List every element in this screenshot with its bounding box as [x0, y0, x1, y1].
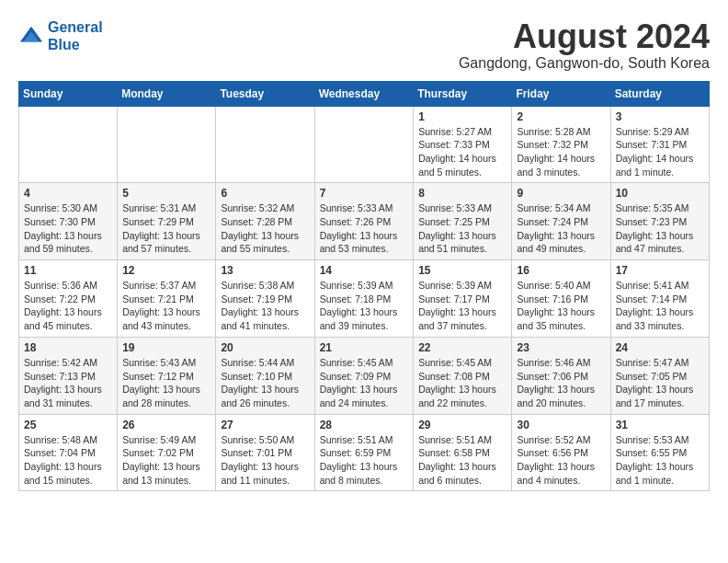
calendar-cell: 29Sunrise: 5:51 AM Sunset: 6:58 PM Dayli…: [414, 414, 512, 491]
day-number: 3: [616, 110, 704, 123]
day-number: 11: [24, 264, 112, 277]
calendar-cell: 17Sunrise: 5:41 AM Sunset: 7:14 PM Dayli…: [610, 260, 709, 338]
day-number: 30: [517, 419, 605, 431]
day-info: Sunrise: 5:31 AM Sunset: 7:29 PM Dayligh…: [122, 201, 210, 256]
day-number: 22: [418, 341, 506, 354]
day-info: Sunrise: 5:36 AM Sunset: 7:22 PM Dayligh…: [24, 279, 112, 333]
day-info: Sunrise: 5:34 AM Sunset: 7:24 PM Dayligh…: [517, 201, 605, 256]
day-info: Sunrise: 5:35 AM Sunset: 7:23 PM Dayligh…: [616, 201, 704, 256]
column-header-thursday: Thursday: [414, 81, 512, 106]
calendar-cell: 21Sunrise: 5:45 AM Sunset: 7:09 PM Dayli…: [314, 337, 414, 414]
day-number: 21: [320, 341, 409, 354]
calendar-cell: 3Sunrise: 5:29 AM Sunset: 7:31 PM Daylig…: [610, 106, 709, 183]
day-number: 27: [221, 419, 309, 431]
calendar-cell: 25Sunrise: 5:48 AM Sunset: 7:04 PM Dayli…: [19, 414, 118, 491]
day-info: Sunrise: 5:29 AM Sunset: 7:31 PM Dayligh…: [616, 125, 704, 179]
calendar-cell: [118, 106, 216, 183]
column-header-monday: Monday: [118, 81, 216, 106]
title-block: August 2024 Gangdong, Gangwon-do, South …: [459, 18, 710, 72]
calendar-cell: 19Sunrise: 5:43 AM Sunset: 7:12 PM Dayli…: [118, 337, 216, 414]
page-header: General Blue August 2024 Gangdong, Gangw…: [18, 18, 710, 72]
calendar-week-row: 11Sunrise: 5:36 AM Sunset: 7:22 PM Dayli…: [19, 260, 710, 338]
calendar-cell: 20Sunrise: 5:44 AM Sunset: 7:10 PM Dayli…: [216, 337, 314, 414]
location-subtitle: Gangdong, Gangwon-do, South Korea: [459, 55, 710, 72]
day-info: Sunrise: 5:52 AM Sunset: 6:56 PM Dayligh…: [517, 433, 605, 488]
day-info: Sunrise: 5:51 AM Sunset: 6:59 PM Dayligh…: [320, 433, 409, 488]
day-info: Sunrise: 5:47 AM Sunset: 7:05 PM Dayligh…: [616, 356, 704, 410]
calendar-week-row: 4Sunrise: 5:30 AM Sunset: 7:30 PM Daylig…: [19, 183, 710, 260]
calendar-cell: 15Sunrise: 5:39 AM Sunset: 7:17 PM Dayli…: [414, 260, 512, 338]
day-info: Sunrise: 5:33 AM Sunset: 7:26 PM Dayligh…: [320, 201, 409, 256]
month-year-title: August 2024: [459, 18, 710, 55]
day-info: Sunrise: 5:41 AM Sunset: 7:14 PM Dayligh…: [616, 279, 704, 333]
day-info: Sunrise: 5:37 AM Sunset: 7:21 PM Dayligh…: [122, 279, 210, 333]
calendar-cell: 16Sunrise: 5:40 AM Sunset: 7:16 PM Dayli…: [512, 260, 610, 338]
column-header-wednesday: Wednesday: [314, 81, 414, 106]
day-number: 10: [616, 187, 704, 200]
day-info: Sunrise: 5:45 AM Sunset: 7:08 PM Dayligh…: [418, 356, 506, 410]
day-info: Sunrise: 5:39 AM Sunset: 7:17 PM Dayligh…: [418, 279, 506, 333]
day-info: Sunrise: 5:46 AM Sunset: 7:06 PM Dayligh…: [517, 356, 605, 410]
calendar-cell: 23Sunrise: 5:46 AM Sunset: 7:06 PM Dayli…: [512, 337, 610, 414]
day-number: 26: [122, 419, 210, 431]
day-number: 1: [418, 110, 506, 123]
calendar-cell: 7Sunrise: 5:33 AM Sunset: 7:26 PM Daylig…: [314, 183, 414, 260]
calendar-cell: 6Sunrise: 5:32 AM Sunset: 7:28 PM Daylig…: [216, 183, 314, 260]
day-number: 16: [517, 264, 605, 277]
day-info: Sunrise: 5:44 AM Sunset: 7:10 PM Dayligh…: [221, 356, 309, 410]
calendar-cell: 1Sunrise: 5:27 AM Sunset: 7:33 PM Daylig…: [414, 106, 512, 183]
calendar-cell: 28Sunrise: 5:51 AM Sunset: 6:59 PM Dayli…: [314, 414, 414, 491]
day-number: 18: [24, 341, 112, 354]
calendar-cell: 30Sunrise: 5:52 AM Sunset: 6:56 PM Dayli…: [512, 414, 610, 491]
column-header-friday: Friday: [512, 81, 610, 106]
day-number: 17: [616, 264, 704, 277]
day-info: Sunrise: 5:50 AM Sunset: 7:01 PM Dayligh…: [221, 433, 309, 488]
calendar-cell: 24Sunrise: 5:47 AM Sunset: 7:05 PM Dayli…: [610, 337, 709, 414]
logo: General Blue: [18, 18, 103, 53]
calendar-cell: 10Sunrise: 5:35 AM Sunset: 7:23 PM Dayli…: [610, 183, 709, 260]
day-info: Sunrise: 5:32 AM Sunset: 7:28 PM Dayligh…: [221, 201, 309, 256]
day-info: Sunrise: 5:49 AM Sunset: 7:02 PM Dayligh…: [122, 433, 210, 488]
day-number: 14: [320, 264, 409, 277]
calendar-cell: 13Sunrise: 5:38 AM Sunset: 7:19 PM Dayli…: [216, 260, 314, 338]
day-info: Sunrise: 5:39 AM Sunset: 7:18 PM Dayligh…: [320, 279, 409, 333]
calendar-cell: 27Sunrise: 5:50 AM Sunset: 7:01 PM Dayli…: [216, 414, 314, 491]
calendar-cell: 22Sunrise: 5:45 AM Sunset: 7:08 PM Dayli…: [414, 337, 512, 414]
calendar-cell: 2Sunrise: 5:28 AM Sunset: 7:32 PM Daylig…: [512, 106, 610, 183]
day-info: Sunrise: 5:40 AM Sunset: 7:16 PM Dayligh…: [517, 279, 605, 333]
day-number: 31: [616, 419, 704, 431]
day-number: 5: [122, 187, 210, 200]
day-number: 8: [418, 187, 506, 200]
day-info: Sunrise: 5:51 AM Sunset: 6:58 PM Dayligh…: [418, 433, 506, 488]
day-number: 20: [221, 341, 309, 354]
day-info: Sunrise: 5:33 AM Sunset: 7:25 PM Dayligh…: [418, 201, 506, 256]
calendar-cell: 8Sunrise: 5:33 AM Sunset: 7:25 PM Daylig…: [414, 183, 512, 260]
column-header-sunday: Sunday: [19, 81, 118, 106]
calendar-cell: 12Sunrise: 5:37 AM Sunset: 7:21 PM Dayli…: [118, 260, 216, 338]
calendar-cell: [216, 106, 314, 183]
day-number: 15: [418, 264, 506, 277]
day-number: 7: [320, 187, 409, 200]
day-number: 29: [418, 419, 506, 431]
day-info: Sunrise: 5:53 AM Sunset: 6:55 PM Dayligh…: [616, 433, 704, 488]
column-header-saturday: Saturday: [610, 81, 709, 106]
calendar-table: SundayMondayTuesdayWednesdayThursdayFrid…: [18, 81, 710, 492]
day-info: Sunrise: 5:43 AM Sunset: 7:12 PM Dayligh…: [122, 356, 210, 410]
logo-text: General Blue: [48, 18, 103, 53]
day-number: 28: [320, 419, 409, 431]
day-info: Sunrise: 5:45 AM Sunset: 7:09 PM Dayligh…: [320, 356, 409, 410]
calendar-week-row: 25Sunrise: 5:48 AM Sunset: 7:04 PM Dayli…: [19, 414, 710, 491]
column-header-tuesday: Tuesday: [216, 81, 314, 106]
calendar-cell: 14Sunrise: 5:39 AM Sunset: 7:18 PM Dayli…: [314, 260, 414, 338]
calendar-cell: 18Sunrise: 5:42 AM Sunset: 7:13 PM Dayli…: [19, 337, 118, 414]
day-info: Sunrise: 5:48 AM Sunset: 7:04 PM Dayligh…: [24, 433, 112, 488]
calendar-cell: 9Sunrise: 5:34 AM Sunset: 7:24 PM Daylig…: [512, 183, 610, 260]
day-number: 12: [122, 264, 210, 277]
day-number: 6: [221, 187, 309, 200]
calendar-cell: 26Sunrise: 5:49 AM Sunset: 7:02 PM Dayli…: [118, 414, 216, 491]
calendar-cell: 4Sunrise: 5:30 AM Sunset: 7:30 PM Daylig…: [19, 183, 118, 260]
day-number: 19: [122, 341, 210, 354]
calendar-cell: [314, 106, 414, 183]
day-info: Sunrise: 5:27 AM Sunset: 7:33 PM Dayligh…: [418, 125, 506, 179]
calendar-cell: 5Sunrise: 5:31 AM Sunset: 7:29 PM Daylig…: [118, 183, 216, 260]
